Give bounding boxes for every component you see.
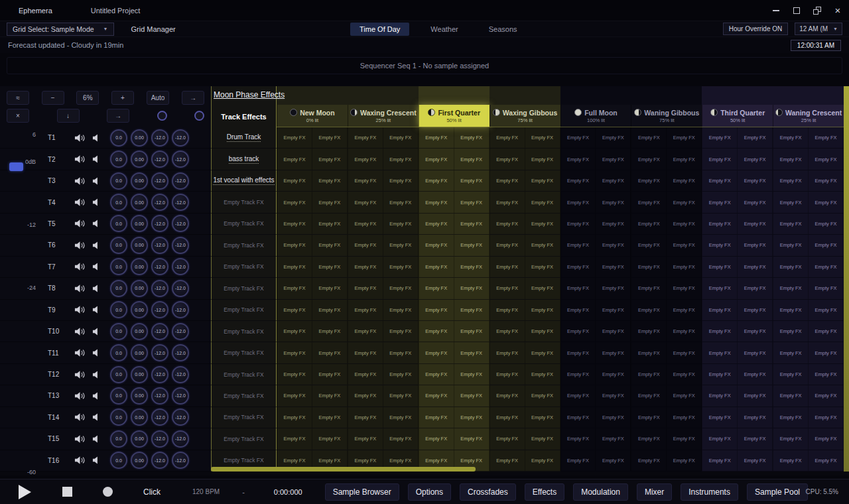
- fx-cell[interactable]: Empty FX: [667, 450, 702, 471]
- mixer-knob[interactable]: 0.0: [110, 237, 127, 254]
- fx-cell[interactable]: Empty FX: [596, 149, 631, 169]
- fx-cell[interactable]: Empty FX: [383, 385, 419, 406]
- fx-cell[interactable]: Empty FX: [561, 300, 596, 320]
- fx-cell[interactable]: Empty FX: [383, 364, 419, 385]
- fx-cell[interactable]: Empty FX: [348, 407, 383, 428]
- fx-cell[interactable]: Empty FX: [525, 149, 560, 169]
- mixer-knob[interactable]: -12.0: [151, 237, 168, 254]
- fx-cell[interactable]: Empty FX: [596, 385, 631, 406]
- fx-cell[interactable]: Empty FX: [490, 149, 525, 169]
- fx-cell[interactable]: Empty FX: [631, 278, 667, 298]
- fx-cell[interactable]: Empty FX: [490, 235, 525, 255]
- track-fx-slot[interactable]: bass track: [211, 149, 277, 169]
- fx-cell[interactable]: Empty FX: [348, 257, 383, 277]
- fx-cell[interactable]: Empty FX: [667, 235, 702, 255]
- fx-cell[interactable]: Empty FX: [525, 214, 560, 234]
- zoom-button[interactable]: 6%: [76, 91, 99, 105]
- fx-cell[interactable]: Empty FX: [702, 300, 738, 320]
- mute-icon[interactable]: [88, 262, 105, 271]
- fx-cell[interactable]: Empty FX: [631, 170, 667, 191]
- fx-cell[interactable]: Empty FX: [312, 364, 348, 385]
- fx-cell[interactable]: Empty FX: [631, 450, 667, 471]
- mixer-knob[interactable]: -12.0: [151, 409, 168, 426]
- fx-cell[interactable]: Empty FX: [454, 192, 490, 212]
- fx-cell[interactable]: Empty FX: [454, 214, 490, 234]
- fx-cell[interactable]: Empty FX: [312, 192, 348, 212]
- mixer-knob[interactable]: 0.00: [131, 387, 148, 405]
- play-button[interactable]: [19, 485, 31, 499]
- fx-cell[interactable]: Empty FX: [773, 321, 809, 342]
- fx-cell[interactable]: Empty FX: [454, 257, 490, 277]
- fx-cell[interactable]: Empty FX: [596, 278, 631, 298]
- fx-cell[interactable]: Empty FX: [631, 385, 667, 406]
- track-fx-slot[interactable]: Empty Track FX: [211, 364, 277, 385]
- mute-icon[interactable]: [88, 434, 105, 444]
- fx-cell[interactable]: Empty FX: [419, 342, 454, 363]
- fx-cell[interactable]: Empty FX: [561, 428, 596, 449]
- fx-cell[interactable]: Empty FX: [738, 149, 773, 169]
- fx-cell[interactable]: Empty FX: [561, 321, 596, 342]
- zoom-button[interactable]: −: [42, 91, 64, 105]
- fx-cell[interactable]: Empty FX: [383, 300, 419, 320]
- fx-cell[interactable]: Empty FX: [454, 170, 490, 191]
- fx-cell[interactable]: Empty FX: [525, 321, 560, 342]
- volume-icon[interactable]: [72, 327, 88, 336]
- fx-cell[interactable]: Empty FX: [809, 300, 844, 320]
- fx-cell[interactable]: Empty FX: [383, 214, 419, 234]
- mixer-knob[interactable]: 0.00: [131, 215, 148, 232]
- track-fx-slot[interactable]: Empty Track FX: [211, 235, 277, 255]
- fx-cell[interactable]: Empty FX: [348, 170, 383, 191]
- fx-cell[interactable]: Empty FX: [419, 170, 454, 191]
- fx-cell[interactable]: Empty FX: [596, 407, 631, 428]
- fx-cell[interactable]: Empty FX: [596, 170, 631, 191]
- mixer-knob[interactable]: -12.0: [172, 366, 189, 383]
- horizontal-scrollbar[interactable]: [211, 467, 476, 472]
- fx-cell[interactable]: Empty FX: [277, 278, 312, 298]
- fx-cell[interactable]: Empty FX: [312, 235, 348, 255]
- fx-cell[interactable]: Empty FX: [738, 385, 773, 406]
- fx-cell[interactable]: Empty FX: [348, 300, 383, 320]
- mute-icon[interactable]: [88, 348, 105, 357]
- fx-cell[interactable]: Empty FX: [419, 278, 454, 298]
- fx-cell[interactable]: Empty FX: [454, 364, 490, 385]
- fx-cell[interactable]: Empty FX: [596, 300, 631, 320]
- fx-cell[interactable]: Empty FX: [454, 321, 490, 342]
- mixer-knob[interactable]: 0.00: [131, 344, 148, 361]
- fx-cell[interactable]: Empty FX: [596, 214, 631, 234]
- track-fx-slot[interactable]: Empty Track FX: [211, 342, 277, 363]
- fx-cell[interactable]: Empty FX: [312, 257, 348, 277]
- volume-icon[interactable]: [72, 412, 88, 422]
- fx-cell[interactable]: Empty FX: [277, 407, 312, 428]
- fx-cell[interactable]: Empty FX: [667, 300, 702, 320]
- mixer-knob[interactable]: -12.0: [172, 301, 189, 318]
- fx-cell[interactable]: Empty FX: [312, 149, 348, 169]
- column-header-full-moon[interactable]: Full Moon100% lit: [560, 105, 631, 127]
- fx-cell[interactable]: Empty FX: [631, 127, 667, 148]
- fx-cell[interactable]: Empty FX: [667, 278, 702, 298]
- fx-cell[interactable]: Empty FX: [348, 321, 383, 342]
- fx-cell[interactable]: Empty FX: [277, 342, 312, 363]
- track-fx-slot[interactable]: Empty Track FX: [211, 192, 277, 212]
- mixer-knob[interactable]: 0.00: [131, 258, 148, 275]
- mixer-knob[interactable]: 0.00: [131, 430, 148, 448]
- column-header-waxing-crescent[interactable]: Waxing Crescent25% lit: [348, 105, 419, 127]
- fx-cell[interactable]: Empty FX: [454, 385, 490, 406]
- track-fx-slot[interactable]: Empty Track FX: [211, 300, 277, 320]
- mixer-knob[interactable]: 0.0: [110, 366, 127, 383]
- mixer-knob[interactable]: -12.0: [172, 237, 189, 254]
- fx-cell[interactable]: Empty FX: [419, 235, 454, 255]
- fx-cell[interactable]: Empty FX: [667, 407, 702, 428]
- fx-cell[interactable]: Empty FX: [738, 170, 773, 191]
- fx-cell[interactable]: Empty FX: [773, 235, 809, 255]
- mixer-knob[interactable]: 0.0: [110, 452, 127, 469]
- fx-cell[interactable]: Empty FX: [773, 450, 809, 471]
- volume-icon[interactable]: [72, 155, 88, 164]
- fx-cell[interactable]: Empty FX: [525, 257, 560, 277]
- fx-cell[interactable]: Empty FX: [738, 214, 773, 234]
- fx-cell[interactable]: Empty FX: [561, 385, 596, 406]
- fx-cell[interactable]: Empty FX: [525, 127, 560, 148]
- fx-cell[interactable]: Empty FX: [738, 127, 773, 148]
- mixer-knob[interactable]: 0.0: [110, 172, 127, 190]
- fx-cell[interactable]: Empty FX: [702, 342, 738, 363]
- mixer-knob[interactable]: 0.0: [110, 129, 127, 147]
